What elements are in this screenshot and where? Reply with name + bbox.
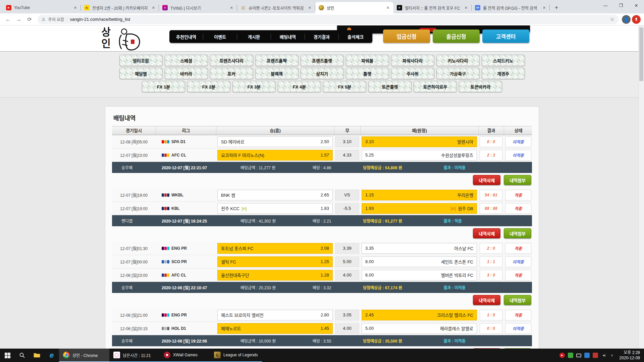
browser-tab[interactable]: 슈어맨 시즌2 -토토사이트 먹튀검✕ bbox=[237, 2, 315, 13]
start-button[interactable] bbox=[0, 349, 15, 362]
home-odds-box[interactable]: 웨스트 브로미치 앨비언2.80 bbox=[217, 310, 333, 320]
game-menu-button[interactable]: FX 3분 bbox=[232, 81, 276, 92]
browser-tab[interactable]: YouTube✕ bbox=[3, 2, 81, 13]
game-menu-button[interactable]: 멀티조합 bbox=[119, 55, 163, 66]
attach-history-button[interactable]: 내역첨부 bbox=[504, 228, 531, 238]
game-menu-button[interactable]: 삼치기 bbox=[301, 68, 344, 79]
browser-tab[interactable]: 멀티서치 :: 롤 전적 검색 포우 FC✕ bbox=[393, 2, 472, 13]
nav-item-이벤트[interactable]: 이벤트 bbox=[203, 34, 237, 40]
game-menu-button[interactable]: 바카라 bbox=[165, 68, 208, 79]
taskbar-search-icon[interactable] bbox=[15, 349, 30, 362]
game-menu-button[interactable]: 가상축구 bbox=[436, 68, 480, 79]
chrome-update-icon[interactable]: ⬆ bbox=[632, 15, 641, 24]
nav-item-배팅내역[interactable]: 배팅내역 bbox=[271, 34, 305, 40]
draw-odds-box[interactable]: 4.00 bbox=[335, 270, 359, 281]
security-warning-label[interactable]: 주의 요함 bbox=[48, 16, 64, 22]
draw-odds-box[interactable]: 4.33 bbox=[335, 150, 359, 161]
draw-odds-box[interactable]: 5.00 bbox=[335, 256, 359, 267]
scrollbar-thumb[interactable] bbox=[639, 27, 643, 81]
taskbar-task[interactable]: 남은시간 : 11:21 bbox=[109, 349, 160, 362]
url-text[interactable]: sangin-21.com/race/betting_list bbox=[70, 17, 607, 22]
game-menu-button[interactable]: 룰렛 bbox=[346, 68, 389, 79]
game-menu-button[interactable]: 개경주 bbox=[482, 68, 525, 79]
tray-volume-icon[interactable] bbox=[601, 353, 606, 358]
profile-avatar-icon[interactable]: 👤 bbox=[622, 15, 631, 24]
back-icon[interactable]: ← bbox=[3, 15, 13, 24]
game-menu-button[interactable]: 스페셜 bbox=[165, 55, 208, 66]
home-odds-box[interactable]: 전주 KCC [H]1.83 bbox=[217, 203, 333, 214]
maximize-button[interactable]: ❐ bbox=[613, 0, 629, 11]
game-menu-button[interactable]: FX 1분 bbox=[142, 81, 185, 92]
game-menu-button[interactable]: 스피드키노 bbox=[482, 55, 525, 66]
away-odds-box[interactable]: 5.00헤라클레스 알멜로 bbox=[362, 323, 477, 334]
game-menu-button[interactable]: 키노사다리 bbox=[436, 55, 480, 66]
tab-close-icon[interactable]: ✕ bbox=[541, 5, 547, 11]
home-odds-box[interactable]: SD 에이바르2.50 bbox=[217, 136, 333, 147]
bookmark-star-icon[interactable]: ☆ bbox=[610, 16, 614, 22]
away-odds-box[interactable]: 1.15우리은행 bbox=[362, 190, 477, 200]
tray-media-icon[interactable] bbox=[559, 353, 565, 358]
delete-history-button[interactable]: 내역삭제 bbox=[473, 175, 500, 185]
game-menu-button[interactable]: 프렌즈룰렛 bbox=[301, 55, 344, 66]
delete-history-button[interactable]: 내역삭제 bbox=[473, 228, 500, 238]
draw-odds-box[interactable]: VS bbox=[335, 190, 359, 200]
site-logo[interactable]: 상인 bbox=[100, 27, 144, 52]
nav-item-출석체크[interactable]: 출석체크 bbox=[339, 34, 372, 40]
game-menu-button[interactable]: 토큰룰렛 bbox=[368, 81, 412, 92]
game-menu-button[interactable]: FX 4분 bbox=[278, 81, 321, 92]
draw-odds-box[interactable]: -5.5 bbox=[335, 203, 359, 214]
game-menu-button[interactable]: 해달별 bbox=[119, 68, 163, 79]
away-odds-box[interactable]: 3.10발렌시아 bbox=[362, 136, 477, 147]
delete-history-button[interactable]: 내역삭제 bbox=[473, 295, 500, 305]
address-bar[interactable]: ⚠ 주의 요함 sangin-21.com/race/betting_list … bbox=[38, 15, 619, 24]
draw-odds-box[interactable]: 3.10 bbox=[335, 136, 359, 147]
browser-tab[interactable]: 전생자 2권 - 20화 | 카카오페이지✕ bbox=[81, 2, 159, 13]
away-odds-box[interactable]: 5.25수원삼성블루윙즈 bbox=[362, 150, 477, 161]
game-menu-button[interactable]: 프렌즈홀짝 bbox=[255, 55, 299, 66]
tab-close-icon[interactable]: ✕ bbox=[385, 5, 391, 11]
game-menu-button[interactable]: 파워사다리 bbox=[391, 55, 434, 66]
home-odds-box[interactable]: 울산현대축구단1.28 bbox=[217, 270, 333, 281]
edge-browser-icon[interactable]: e bbox=[44, 349, 59, 362]
attach-history-button[interactable]: 내역첨부 bbox=[504, 175, 531, 185]
home-odds-box[interactable]: 페예노르트1.45 bbox=[217, 323, 333, 334]
close-button[interactable]: ✕ bbox=[629, 0, 644, 11]
game-menu-button[interactable]: 블랙잭 bbox=[255, 68, 299, 79]
game-menu-button[interactable]: FX 2분 bbox=[187, 81, 230, 92]
tray-display-icon[interactable] bbox=[576, 354, 581, 357]
taskbar-clock[interactable]: 오후 2:28 2020-12-09 bbox=[618, 349, 644, 362]
page-scrollbar[interactable] bbox=[638, 25, 644, 349]
tab-close-icon[interactable]: ✕ bbox=[229, 5, 234, 11]
tab-close-icon[interactable]: ✕ bbox=[463, 5, 469, 11]
game-menu-button[interactable]: 파워볼 bbox=[346, 55, 389, 66]
draw-odds-box[interactable]: 3.39 bbox=[335, 243, 359, 254]
away-odds-box[interactable]: 2.45크리스탈 팰리스 FC bbox=[362, 310, 477, 320]
away-odds-box[interactable]: 3.35아스날 FC bbox=[362, 243, 477, 254]
draw-odds-box[interactable]: 3.05 bbox=[335, 310, 359, 320]
cs-button[interactable]: 고객센터 bbox=[482, 29, 529, 43]
deposit-button[interactable]: 입금신청 bbox=[383, 29, 430, 43]
refresh-icon[interactable]: ⟳ bbox=[25, 15, 34, 24]
home-odds-box[interactable]: 요코하마 F 마리노스(N)1.57 bbox=[217, 150, 333, 161]
draw-odds-box[interactable]: 4.00 bbox=[335, 323, 359, 334]
tab-close-icon[interactable]: ✕ bbox=[151, 5, 156, 11]
game-menu-button[interactable]: 주사위 bbox=[391, 68, 434, 79]
tab-close-icon[interactable]: ✕ bbox=[307, 5, 313, 11]
browser-tab[interactable]: TVING | 다시보기✕ bbox=[159, 2, 237, 13]
away-odds-box[interactable]: 8.00세인트 존스톤 FC bbox=[362, 256, 477, 267]
game-menu-button[interactable]: 프렌즈사다리 bbox=[210, 55, 253, 66]
file-explorer-icon[interactable] bbox=[30, 349, 44, 362]
tray-close-icon[interactable] bbox=[609, 353, 615, 358]
tray-shield-icon[interactable] bbox=[568, 353, 573, 358]
home-odds-box[interactable]: 토트넘 홋스퍼 FC2.08 bbox=[217, 243, 333, 254]
game-menu-button[interactable]: FX 5분 bbox=[323, 81, 366, 92]
game-menu-button[interactable]: 토큰하이로우 bbox=[414, 81, 457, 92]
away-odds-box[interactable]: 1.93[H] 원주 DB bbox=[362, 203, 477, 214]
game-menu-button[interactable]: 토큰바카라 bbox=[459, 81, 502, 92]
attach-history-button[interactable]: 내역첨부 bbox=[504, 295, 531, 305]
nav-item-게시판[interactable]: 게시판 bbox=[237, 34, 271, 40]
forward-icon[interactable]: → bbox=[14, 15, 23, 24]
game-menu-button[interactable]: 포커 bbox=[210, 68, 253, 79]
browser-tab[interactable]: 롤 전적 검색 OP.GG - 전적 검색✕ bbox=[472, 2, 550, 13]
home-odds-box[interactable]: BNK 썸2.65 bbox=[217, 190, 333, 200]
